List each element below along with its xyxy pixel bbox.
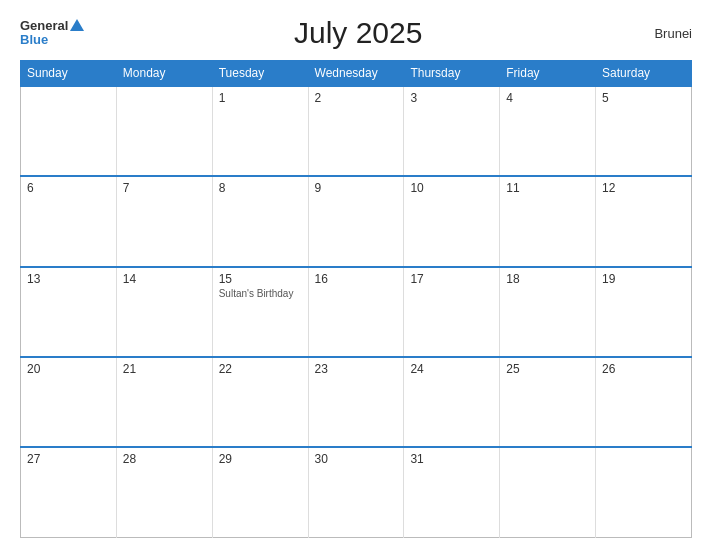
day-number: 12 [602,181,685,195]
day-cell: 10 [404,176,500,266]
day-number: 28 [123,452,206,466]
week-row-0: 12345 [21,86,692,176]
day-number: 4 [506,91,589,105]
day-cell: 1 [212,86,308,176]
logo-triangle-icon [70,19,84,31]
day-cell: 30 [308,447,404,537]
day-number: 9 [315,181,398,195]
day-number: 30 [315,452,398,466]
day-cell: 20 [21,357,117,447]
day-number: 1 [219,91,302,105]
day-cell: 4 [500,86,596,176]
day-cell: 13 [21,267,117,357]
day-cell: 14 [116,267,212,357]
day-cell: 23 [308,357,404,447]
day-number: 6 [27,181,110,195]
day-cell [500,447,596,537]
day-cell: 21 [116,357,212,447]
day-header-sunday: Sunday [21,61,117,87]
month-title: July 2025 [84,16,632,50]
day-number: 5 [602,91,685,105]
day-number: 15 [219,272,302,286]
day-number: 25 [506,362,589,376]
day-cell: 29 [212,447,308,537]
day-cell: 11 [500,176,596,266]
logo-general: General [20,19,68,33]
day-cell: 31 [404,447,500,537]
day-cell: 9 [308,176,404,266]
day-cell: 27 [21,447,117,537]
day-number: 7 [123,181,206,195]
calendar-table: SundayMondayTuesdayWednesdayThursdayFrid… [20,60,692,538]
day-cell: 12 [596,176,692,266]
day-number: 2 [315,91,398,105]
week-row-4: 2728293031 [21,447,692,537]
day-cell: 26 [596,357,692,447]
week-row-2: 131415Sultan's Birthday16171819 [21,267,692,357]
day-header-row: SundayMondayTuesdayWednesdayThursdayFrid… [21,61,692,87]
day-number: 16 [315,272,398,286]
day-number: 13 [27,272,110,286]
day-number: 10 [410,181,493,195]
day-cell: 24 [404,357,500,447]
day-cell: 16 [308,267,404,357]
day-header-friday: Friday [500,61,596,87]
day-header-monday: Monday [116,61,212,87]
day-cell: 8 [212,176,308,266]
day-cell [21,86,117,176]
logo-blue: Blue [20,33,84,47]
day-header-saturday: Saturday [596,61,692,87]
day-cell: 6 [21,176,117,266]
day-number: 29 [219,452,302,466]
day-cell: 7 [116,176,212,266]
day-number: 23 [315,362,398,376]
day-number: 21 [123,362,206,376]
day-cell: 18 [500,267,596,357]
calendar-page: General Blue July 2025 Brunei SundayMond… [0,0,712,550]
day-number: 22 [219,362,302,376]
day-number: 26 [602,362,685,376]
day-number: 20 [27,362,110,376]
day-number: 11 [506,181,589,195]
day-cell: 3 [404,86,500,176]
header: General Blue July 2025 Brunei [20,16,692,50]
day-number: 31 [410,452,493,466]
day-number: 18 [506,272,589,286]
day-cell: 15Sultan's Birthday [212,267,308,357]
logo: General Blue [20,19,84,48]
day-cell: 19 [596,267,692,357]
day-cell: 28 [116,447,212,537]
day-number: 14 [123,272,206,286]
day-cell: 22 [212,357,308,447]
day-number: 8 [219,181,302,195]
day-cell: 17 [404,267,500,357]
day-header-wednesday: Wednesday [308,61,404,87]
day-header-thursday: Thursday [404,61,500,87]
day-cell [596,447,692,537]
day-number: 24 [410,362,493,376]
day-cell: 2 [308,86,404,176]
event-label: Sultan's Birthday [219,288,302,299]
day-number: 27 [27,452,110,466]
week-row-3: 20212223242526 [21,357,692,447]
day-cell: 5 [596,86,692,176]
day-number: 3 [410,91,493,105]
day-cell [116,86,212,176]
day-number: 17 [410,272,493,286]
day-number: 19 [602,272,685,286]
country-label: Brunei [632,26,692,41]
week-row-1: 6789101112 [21,176,692,266]
day-header-tuesday: Tuesday [212,61,308,87]
day-cell: 25 [500,357,596,447]
